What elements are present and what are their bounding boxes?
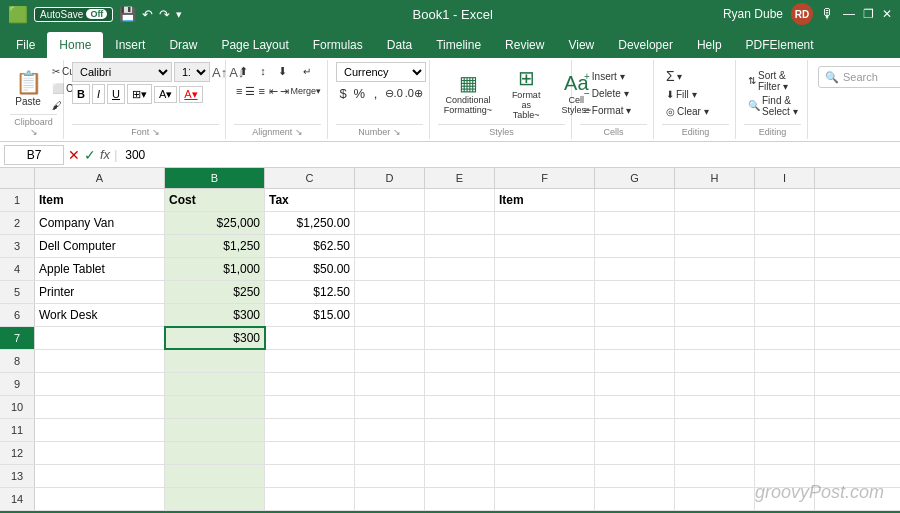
align-left-button[interactable]: ≡ xyxy=(234,82,244,100)
cell-h14[interactable] xyxy=(675,488,755,510)
cell-e5[interactable] xyxy=(425,281,495,303)
cell-a12[interactable] xyxy=(35,442,165,464)
cell-h3[interactable] xyxy=(675,235,755,257)
cell-h6[interactable] xyxy=(675,304,755,326)
cell-a11[interactable] xyxy=(35,419,165,441)
cell-a8[interactable] xyxy=(35,350,165,372)
cell-a2[interactable]: Company Van xyxy=(35,212,165,234)
cell-i5[interactable] xyxy=(755,281,815,303)
cell-c14[interactable] xyxy=(265,488,355,510)
cell-e8[interactable] xyxy=(425,350,495,372)
cell-d8[interactable] xyxy=(355,350,425,372)
decrease-decimal-button[interactable]: ⊖.0 xyxy=(385,84,403,102)
cell-h1[interactable] xyxy=(675,189,755,211)
cell-f5[interactable] xyxy=(495,281,595,303)
cell-f6[interactable] xyxy=(495,304,595,326)
row-header-9[interactable]: 9 xyxy=(0,373,35,395)
redo-icon[interactable]: ↷ xyxy=(159,7,170,22)
tab-help[interactable]: Help xyxy=(685,32,734,58)
paste-button[interactable]: 📋 Paste xyxy=(10,62,46,114)
cell-b6[interactable]: $300 xyxy=(165,304,265,326)
cell-e10[interactable] xyxy=(425,396,495,418)
cell-b7[interactable]: $300 xyxy=(165,327,265,349)
cell-i10[interactable] xyxy=(755,396,815,418)
cell-e12[interactable] xyxy=(425,442,495,464)
cell-c6[interactable]: $15.00 xyxy=(265,304,355,326)
comma-button[interactable]: , xyxy=(368,84,382,102)
font-family-select[interactable]: CalibriArialTimes New Roman xyxy=(72,62,172,82)
cell-g11[interactable] xyxy=(595,419,675,441)
cell-f4[interactable] xyxy=(495,258,595,280)
cell-g4[interactable] xyxy=(595,258,675,280)
confirm-formula-icon[interactable]: ✓ xyxy=(84,147,96,163)
format-cells-button[interactable]: ≡ Format ▾ xyxy=(580,102,647,118)
col-header-g[interactable]: G xyxy=(595,168,675,188)
close-icon[interactable]: ✕ xyxy=(882,7,892,21)
currency-button[interactable]: $ xyxy=(336,84,350,102)
align-center-button[interactable]: ☰ xyxy=(245,82,255,100)
indent-decrease-button[interactable]: ⇤ xyxy=(268,82,278,100)
col-header-c[interactable]: C xyxy=(265,168,355,188)
cell-h7[interactable] xyxy=(675,327,755,349)
user-avatar[interactable]: RD xyxy=(791,3,813,25)
merge-button[interactable]: Merge▾ xyxy=(290,82,321,100)
cell-a1[interactable]: Item xyxy=(35,189,165,211)
save-icon[interactable]: 💾 xyxy=(119,6,136,22)
cell-f1[interactable]: Item xyxy=(495,189,595,211)
cell-a6[interactable]: Work Desk xyxy=(35,304,165,326)
cell-g2[interactable] xyxy=(595,212,675,234)
tab-developer[interactable]: Developer xyxy=(606,32,685,58)
cell-g6[interactable] xyxy=(595,304,675,326)
cell-d12[interactable] xyxy=(355,442,425,464)
cell-h4[interactable] xyxy=(675,258,755,280)
cell-e7[interactable] xyxy=(425,327,495,349)
cell-h12[interactable] xyxy=(675,442,755,464)
format-as-table-button[interactable]: ⊞ Format asTable~ xyxy=(500,62,552,124)
cell-i2[interactable] xyxy=(755,212,815,234)
cell-h2[interactable] xyxy=(675,212,755,234)
ribbon-toggle-icon[interactable]: 🎙 xyxy=(821,6,835,22)
formula-input[interactable] xyxy=(121,147,896,163)
cell-g5[interactable] xyxy=(595,281,675,303)
cell-c4[interactable]: $50.00 xyxy=(265,258,355,280)
cell-e4[interactable] xyxy=(425,258,495,280)
cell-b13[interactable] xyxy=(165,465,265,487)
cell-a3[interactable]: Dell Computer xyxy=(35,235,165,257)
autosave-toggle[interactable]: Off xyxy=(86,9,107,19)
cell-c9[interactable] xyxy=(265,373,355,395)
cell-b12[interactable] xyxy=(165,442,265,464)
cell-d5[interactable] xyxy=(355,281,425,303)
cell-i14[interactable] xyxy=(755,488,815,510)
tab-file[interactable]: File xyxy=(4,32,47,58)
fill-color-button[interactable]: A▾ xyxy=(154,86,177,103)
cell-g13[interactable] xyxy=(595,465,675,487)
cell-f8[interactable] xyxy=(495,350,595,372)
cell-i13[interactable] xyxy=(755,465,815,487)
cell-e9[interactable] xyxy=(425,373,495,395)
cell-c11[interactable] xyxy=(265,419,355,441)
tab-pdfelement[interactable]: PDFElement xyxy=(734,32,826,58)
col-header-f[interactable]: F xyxy=(495,168,595,188)
cell-g12[interactable] xyxy=(595,442,675,464)
cell-e14[interactable] xyxy=(425,488,495,510)
cell-c2[interactable]: $1,250.00 xyxy=(265,212,355,234)
cell-d4[interactable] xyxy=(355,258,425,280)
cell-b9[interactable] xyxy=(165,373,265,395)
cancel-formula-icon[interactable]: ✕ xyxy=(68,147,80,163)
restore-icon[interactable]: ❐ xyxy=(863,7,874,21)
row-header-8[interactable]: 8 xyxy=(0,350,35,372)
number-format-select[interactable]: CurrencyGeneralNumberPercentage xyxy=(336,62,426,82)
cell-b1[interactable]: Cost xyxy=(165,189,265,211)
cell-i1[interactable] xyxy=(755,189,815,211)
cell-b10[interactable] xyxy=(165,396,265,418)
cell-h9[interactable] xyxy=(675,373,755,395)
cell-e1[interactable] xyxy=(425,189,495,211)
cell-b2[interactable]: $25,000 xyxy=(165,212,265,234)
minimize-icon[interactable]: — xyxy=(843,7,855,21)
col-header-h[interactable]: H xyxy=(675,168,755,188)
col-header-b[interactable]: B xyxy=(165,168,265,188)
cell-d13[interactable] xyxy=(355,465,425,487)
cell-f10[interactable] xyxy=(495,396,595,418)
cell-i6[interactable] xyxy=(755,304,815,326)
cell-e13[interactable] xyxy=(425,465,495,487)
